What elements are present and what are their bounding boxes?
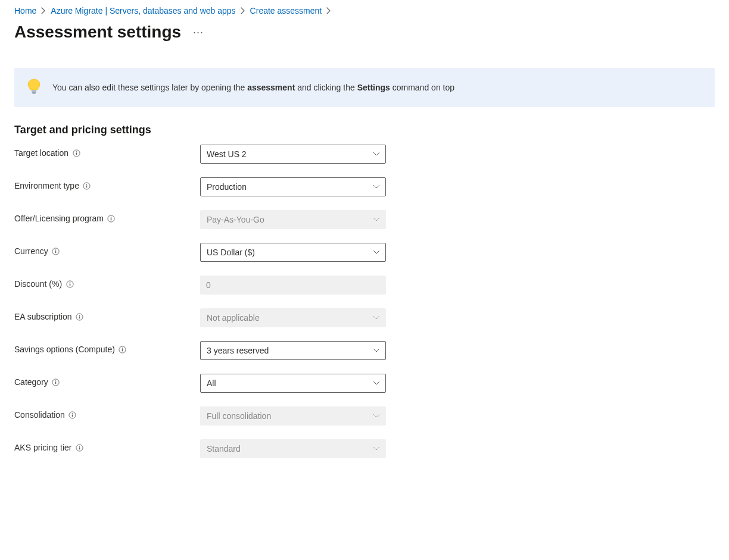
info-icon[interactable]	[83, 182, 91, 190]
row-savings-options: Savings options (Compute) 3 years reserv…	[14, 341, 715, 374]
svg-rect-14	[55, 251, 56, 253]
svg-point-31	[79, 446, 80, 447]
info-icon[interactable]	[75, 443, 83, 452]
svg-rect-1	[32, 92, 36, 93]
svg-point-22	[122, 348, 123, 349]
row-discount: Discount (%)	[14, 276, 715, 308]
svg-point-7	[86, 184, 88, 185]
page-title: Assessment settings ···	[14, 23, 715, 42]
svg-point-4	[76, 151, 77, 152]
row-category: Category All	[14, 374, 715, 406]
svg-rect-29	[72, 414, 73, 417]
input-discount	[200, 276, 386, 295]
svg-rect-23	[122, 349, 123, 351]
lightbulb-icon	[27, 79, 40, 96]
label-consolidation: Consolidation	[14, 406, 200, 420]
select-target-location[interactable]: West US 2	[200, 145, 386, 164]
row-consolidation: Consolidation Full consolidation	[14, 406, 715, 439]
label-currency: Currency	[14, 243, 200, 256]
svg-point-25	[55, 380, 57, 381]
info-icon[interactable]	[52, 378, 60, 386]
svg-point-13	[55, 249, 57, 251]
select-savings-options[interactable]: 3 years reserved	[200, 341, 386, 360]
info-icon[interactable]	[72, 149, 80, 157]
info-icon[interactable]	[76, 312, 84, 321]
select-ea-subscription: Not applicable	[200, 308, 386, 327]
svg-rect-11	[111, 218, 111, 220]
select-environment-type[interactable]: Production	[200, 177, 386, 196]
label-target-location: Target location	[14, 145, 200, 158]
more-actions-button[interactable]: ···	[191, 24, 206, 40]
info-icon[interactable]	[68, 411, 77, 419]
chevron-right-icon	[326, 7, 331, 14]
page-title-text: Assessment settings	[14, 23, 181, 42]
svg-point-19	[79, 315, 80, 316]
svg-rect-17	[69, 283, 70, 286]
label-discount: Discount (%)	[14, 276, 200, 289]
select-category[interactable]: All	[200, 374, 386, 393]
label-aks-pricing: AKS pricing tier	[14, 439, 200, 452]
section-heading-target-pricing: Target and pricing settings	[14, 124, 715, 136]
row-ea-subscription: EA subscription Not applicable	[14, 308, 715, 341]
breadcrumb-create-assessment[interactable]: Create assessment	[250, 6, 322, 15]
chevron-right-icon	[41, 7, 46, 14]
input-discount-wrap	[200, 276, 386, 295]
info-icon[interactable]	[119, 345, 127, 353]
select-consolidation: Full consolidation	[200, 406, 386, 426]
label-ea-subscription: EA subscription	[14, 308, 200, 321]
svg-rect-20	[79, 316, 80, 318]
select-offer-licensing: Pay-As-You-Go	[200, 210, 386, 229]
svg-rect-2	[33, 93, 36, 94]
info-icon[interactable]	[107, 214, 116, 223]
row-target-location: Target location West US 2	[14, 145, 715, 177]
svg-rect-8	[86, 185, 87, 187]
select-aks-pricing: Standard	[200, 439, 386, 458]
svg-point-28	[72, 413, 73, 414]
row-offer-licensing: Offer/Licensing program Pay-As-You-Go	[14, 210, 715, 243]
svg-rect-0	[32, 90, 36, 92]
row-currency: Currency US Dollar ($)	[14, 243, 715, 276]
svg-point-16	[69, 282, 70, 283]
select-currency[interactable]: US Dollar ($)	[200, 243, 386, 262]
label-savings-options: Savings options (Compute)	[14, 341, 200, 354]
info-banner: You can also edit these settings later b…	[14, 68, 715, 107]
info-banner-text: You can also edit these settings later b…	[52, 83, 454, 92]
breadcrumb-azure-migrate[interactable]: Azure Migrate | Servers, databases and w…	[51, 6, 235, 15]
info-icon[interactable]	[66, 280, 74, 288]
breadcrumb-home[interactable]: Home	[14, 6, 36, 15]
svg-rect-5	[76, 152, 76, 155]
svg-rect-26	[55, 381, 56, 384]
chevron-right-icon	[241, 7, 245, 14]
label-environment-type: Environment type	[14, 177, 200, 190]
svg-rect-32	[79, 447, 80, 449]
breadcrumb: Home Azure Migrate | Servers, databases …	[14, 6, 715, 15]
label-category: Category	[14, 374, 200, 387]
label-offer-licensing: Offer/Licensing program	[14, 210, 200, 223]
row-environment-type: Environment type Production	[14, 177, 715, 210]
row-aks-pricing: AKS pricing tier Standard	[14, 439, 715, 472]
svg-point-10	[111, 217, 112, 218]
info-icon[interactable]	[52, 247, 60, 255]
